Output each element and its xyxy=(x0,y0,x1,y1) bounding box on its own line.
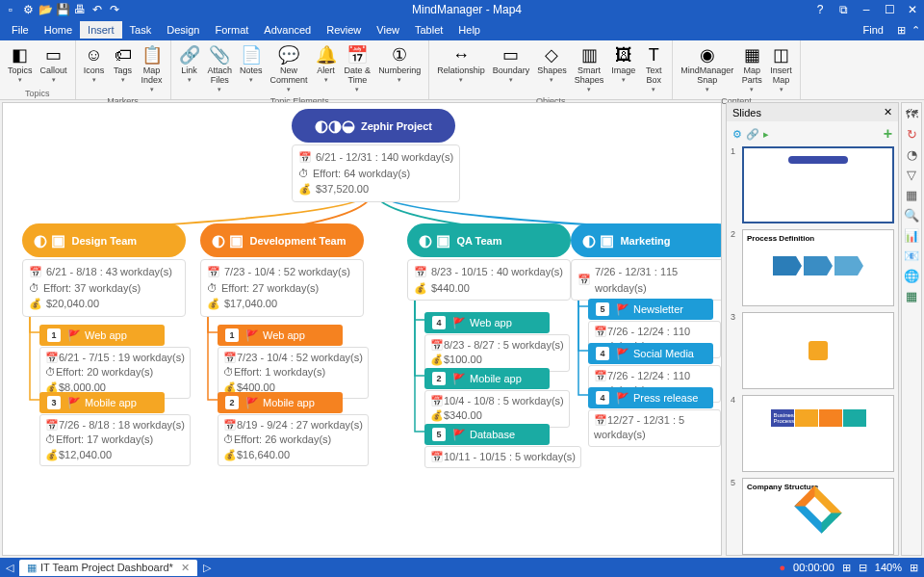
slides-panel: Slides✕ ⚙ 🔗 ▸ + 12Process Definition34Bu… xyxy=(726,102,899,556)
ribbon-link[interactable]: 🔗Link▾ xyxy=(175,42,204,95)
task-mobile-app[interactable]: 2🚩Mobile app📅10/4 - 10/8 : 5 workday(s)💰… xyxy=(424,368,570,428)
menu-home[interactable]: Home xyxy=(37,21,80,39)
slide-4[interactable]: 4Business Process xyxy=(731,395,894,472)
print-icon[interactable]: 🖶 xyxy=(73,3,87,16)
menu-format[interactable]: Format xyxy=(207,21,256,39)
ribbon-topics[interactable]: ◧Topics▾ xyxy=(4,42,37,88)
ribbon-callout[interactable]: ▭Callout▾ xyxy=(37,42,71,88)
minimize-icon[interactable]: – xyxy=(859,3,874,16)
slide-2[interactable]: 2Process Definition xyxy=(731,229,894,306)
branch-marketing[interactable]: ◐ ▣Marketing📅7/26 - 12/31 : 115 workday(… xyxy=(571,223,722,301)
sidebar-outlook-icon[interactable]: 📧 xyxy=(904,249,919,263)
branch-development-team[interactable]: ◐ ▣Development Team📅7/23 - 10/4 : 52 wor… xyxy=(200,223,364,317)
ribbon-smart-shapes[interactable]: ▥SmartShapes▾ xyxy=(571,42,608,95)
right-sidebar: 🗺 ↻ ◔ ▽ ▦ 🔍 📊 📧 🌐 ▦ xyxy=(901,102,922,556)
ribbon-map-index[interactable]: 📋MapIndex▾ xyxy=(138,42,167,95)
close-icon[interactable]: ✕ xyxy=(905,3,920,16)
ribbon-numbering[interactable]: ①Numbering▾ xyxy=(374,42,424,95)
ribbon-alert[interactable]: 🔔Alert▾ xyxy=(312,42,341,95)
menu-task[interactable]: Task xyxy=(122,21,160,39)
ribbon-new-comment[interactable]: 💬NewComment▾ xyxy=(267,42,312,95)
menu-help[interactable]: Help xyxy=(450,21,488,39)
gear-icon[interactable]: ⚙ xyxy=(21,3,35,16)
add-slide-icon[interactable]: + xyxy=(884,125,892,143)
document-tab-label: IT Team Project Dashboard* xyxy=(40,562,173,573)
sidebar-browser-icon[interactable]: 🌐 xyxy=(904,269,919,283)
root-node[interactable]: ◐◑◒Zephir Project📅6/21 - 12/31 : 140 wor… xyxy=(292,109,460,202)
task-web-app[interactable]: 1🚩Web app📅6/21 - 7/15 : 19 workday(s)⏱Ef… xyxy=(39,325,191,399)
view-switch-icon[interactable]: ⊞ xyxy=(842,562,851,574)
ribbon-shapes[interactable]: ◇Shapes▾ xyxy=(533,42,571,95)
zoom-out-icon[interactable]: ⊟ xyxy=(859,562,867,574)
ribbon-attach-files[interactable]: 📎AttachFiles▾ xyxy=(204,42,237,95)
sidebar-funnel-icon[interactable]: ▽ xyxy=(907,168,916,182)
new-doc-icon[interactable]: ▫ xyxy=(4,3,17,16)
branch-design-team[interactable]: ◐ ▣Design Team📅6/21 - 8/18 : 43 workday(… xyxy=(22,223,186,317)
ribbon-tags[interactable]: 🏷Tags▾ xyxy=(109,42,138,95)
restore-icon[interactable]: ⧉ xyxy=(835,3,851,16)
find-menu[interactable]: Find xyxy=(856,22,891,38)
ribbon-map-parts[interactable]: ▦MapParts▾ xyxy=(737,42,766,95)
nav-left-icon[interactable]: ◁ xyxy=(6,562,13,574)
menu-view[interactable]: View xyxy=(369,21,407,39)
task-web-app[interactable]: 4🚩Web app📅8/23 - 8/27 : 5 workday(s)💰$10… xyxy=(424,312,570,372)
sidebar-excel-icon[interactable]: ▦ xyxy=(906,289,917,303)
menu-advanced[interactable]: Advanced xyxy=(256,21,319,39)
zoom-in-icon[interactable]: ⊞ xyxy=(910,562,918,574)
sidebar-map-icon[interactable]: 🗺 xyxy=(906,107,918,121)
slide-1[interactable]: 1 xyxy=(731,146,894,223)
slide-5[interactable]: 5Company Structure xyxy=(731,478,894,555)
ribbon: ◧Topics▾▭Callout▾Topics☺Icons▾🏷Tags▾📋Map… xyxy=(0,40,924,100)
open-icon[interactable]: 📂 xyxy=(38,3,52,16)
sidebar-chart-icon[interactable]: 📊 xyxy=(904,228,919,243)
sidebar-search-icon[interactable]: 🔍 xyxy=(904,208,919,223)
task-mobile-app[interactable]: 3🚩Mobile app📅7/26 - 8/18 : 18 workday(s)… xyxy=(39,392,191,466)
slide-play-icon[interactable]: ▸ xyxy=(763,128,769,141)
sidebar-palette-icon[interactable]: ▦ xyxy=(906,188,917,202)
task-mobile-app[interactable]: 2🚩Mobile app📅8/19 - 9/24 : 27 workday(s)… xyxy=(218,392,369,466)
task-database[interactable]: 5🚩Database📅10/11 - 10/15 : 5 workday(s) xyxy=(424,424,581,468)
close-panel-icon[interactable]: ✕ xyxy=(884,106,892,118)
menu-tablet[interactable]: Tablet xyxy=(407,21,450,39)
options-icon[interactable]: ⊞ xyxy=(897,24,906,37)
redo-icon[interactable]: ↷ xyxy=(108,3,121,16)
close-tab-icon[interactable]: ✕ xyxy=(181,562,190,574)
ribbon-text-box[interactable]: TTextBox▾ xyxy=(639,42,668,95)
ribbon-notes[interactable]: 📄Notes▾ xyxy=(236,42,267,95)
mindmap-canvas[interactable]: ◐◑◒Zephir Project📅6/21 - 12/31 : 140 wor… xyxy=(2,102,722,556)
task-web-app[interactable]: 1🚩Web app📅7/23 - 10/4 : 52 workday(s)⏱Ef… xyxy=(218,325,369,399)
ribbon-mindmanager-snap[interactable]: ◉MindManagerSnap▾ xyxy=(677,42,737,95)
undo-icon[interactable]: ↶ xyxy=(90,3,104,16)
sidebar-reload-icon[interactable]: ↻ xyxy=(907,127,917,142)
menu-design[interactable]: Design xyxy=(159,21,207,39)
maximize-icon[interactable]: ☐ xyxy=(882,3,897,16)
zoom-level: 140% xyxy=(875,562,902,573)
help-icon[interactable]: ? xyxy=(812,3,828,16)
task-press-release[interactable]: 4🚩Press release📅12/27 - 12/31 : 5 workda… xyxy=(588,387,721,447)
ribbon-image[interactable]: 🖼Image▾ xyxy=(607,42,639,95)
timer: 00:00:00 xyxy=(793,562,834,573)
menubar: FileHomeInsertTaskDesignFormatAdvancedRe… xyxy=(0,19,924,40)
ribbon-insert-map[interactable]: ◫InsertMap▾ xyxy=(766,42,796,95)
document-tab[interactable]: ▦ IT Team Project Dashboard* ✕ xyxy=(19,560,197,576)
app-title: MindManager - Map4 xyxy=(121,3,812,16)
menu-insert[interactable]: Insert xyxy=(80,21,122,39)
ribbon-icons[interactable]: ☺Icons▾ xyxy=(80,42,109,95)
ribbon-date-&-time[interactable]: 📅Date &Time▾ xyxy=(341,42,375,95)
nav-right-icon[interactable]: ▷ xyxy=(203,562,211,574)
ribbon-boundary[interactable]: ▭Boundary▾ xyxy=(489,42,534,95)
slides-title: Slides xyxy=(732,107,761,118)
menu-file[interactable]: File xyxy=(4,21,37,39)
sidebar-task-icon[interactable]: ◔ xyxy=(907,147,917,162)
save-icon[interactable]: 💾 xyxy=(56,3,69,16)
menu-review[interactable]: Review xyxy=(319,21,369,39)
slide-3[interactable]: 3 xyxy=(731,312,894,389)
statusbar: ◁ ▦ IT Team Project Dashboard* ✕ ▷ ● 00:… xyxy=(0,558,924,577)
record-icon[interactable]: ● xyxy=(779,562,785,573)
collapse-ribbon-icon[interactable]: ⌃ xyxy=(911,24,920,37)
ribbon-relationship[interactable]: ↔Relationship▾ xyxy=(433,42,489,95)
slide-link-icon[interactable]: 🔗 xyxy=(746,128,759,141)
slide-settings-icon[interactable]: ⚙ xyxy=(732,128,742,141)
window-controls: ? ⧉ – ☐ ✕ xyxy=(812,3,920,16)
branch-qa-team[interactable]: ◐ ▣QA Team📅8/23 - 10/15 : 40 workday(s)💰… xyxy=(407,223,571,301)
